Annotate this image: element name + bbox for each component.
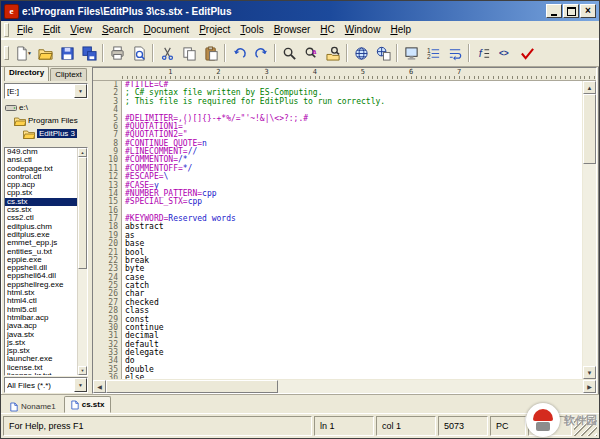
tree-item-program-files[interactable]: Program Files: [3, 114, 89, 127]
status-file-format: PC: [490, 416, 526, 436]
menubar-grip[interactable]: [4, 23, 9, 37]
scroll-down-icon[interactable]: ▼: [78, 366, 87, 375]
user-tools-button[interactable]: [516, 43, 538, 64]
toggle-browser-button[interactable]: [350, 43, 372, 64]
open-folder-icon: [14, 116, 26, 126]
code-line: #QUOTATION1=': [125, 123, 582, 131]
code-line: class: [125, 307, 582, 315]
tab-directory[interactable]: Directory: [4, 66, 49, 81]
code-line: #KEYWORD=Reserved words: [125, 215, 582, 223]
vertical-scrollbar[interactable]: ▲ ▼: [582, 81, 596, 379]
menu-item-view[interactable]: View: [65, 23, 97, 36]
scroll-down-icon[interactable]: ▼: [583, 366, 596, 379]
status-bar: For Help, press F1 ln 1 col 1 5073 PC AN…: [1, 413, 599, 438]
window-title: e:\Program Files\EditPlus 3\cs.stx - Edi…: [22, 6, 543, 17]
menu-item-file[interactable]: File: [12, 23, 38, 36]
paste-button[interactable]: [200, 43, 222, 64]
scrollbar-thumb[interactable]: [583, 94, 596, 164]
tree-item-editplus-3[interactable]: EditPlus 3: [3, 127, 89, 140]
horizontal-scrollbar[interactable]: ◀ ▶: [93, 379, 596, 393]
print-icon: [110, 46, 125, 61]
code-line: const: [125, 316, 582, 324]
word-wrap-button[interactable]: [444, 43, 466, 64]
scroll-left-icon[interactable]: ◀: [93, 380, 106, 393]
menu-bar: FileEditViewSearchDocumentProjectToolsBr…: [1, 21, 599, 39]
editplus-window: e e:\Program Files\EditPlus 3\cs.stx - E…: [0, 0, 600, 439]
replace-button[interactable]: a: [300, 43, 322, 64]
file-filter-combobox[interactable]: All Files (*.*) ▼: [4, 377, 88, 393]
undo-button[interactable]: [228, 43, 250, 64]
close-button[interactable]: ×: [580, 4, 596, 18]
find-in-files-button[interactable]: [322, 43, 344, 64]
html-toolbar-button[interactable]: <>: [494, 43, 516, 64]
menu-item-search[interactable]: Search: [97, 23, 139, 36]
code-line: checked: [125, 299, 582, 307]
toolbar-separator: [274, 44, 276, 62]
save-all-button[interactable]: [78, 43, 100, 64]
status-column: col 1: [376, 416, 436, 436]
view-in-browser-button[interactable]: [372, 43, 394, 64]
tree-item-label: EditPlus 3: [37, 129, 77, 138]
copy-button[interactable]: [178, 43, 200, 64]
menu-item-help[interactable]: Help: [385, 23, 416, 36]
menu-item-edit[interactable]: Edit: [38, 23, 65, 36]
code-line: base: [125, 240, 582, 248]
toolbar-grip[interactable]: [4, 46, 9, 60]
menu-item-project[interactable]: Project: [194, 23, 235, 36]
scroll-up-icon[interactable]: ▲: [78, 148, 87, 157]
print-button[interactable]: [106, 43, 128, 64]
code-line: #ESCAPE=\: [125, 173, 582, 181]
document-tab-noname1[interactable]: Noname1: [4, 400, 62, 413]
tree-item-e[interactable]: e:\: [3, 101, 89, 114]
code-line: char: [125, 290, 582, 298]
minimize-button[interactable]: [546, 4, 562, 18]
tab-cliptext[interactable]: Cliptext: [50, 68, 87, 81]
open-folder-icon: [23, 129, 35, 139]
code-line: case: [125, 274, 582, 282]
code-line: break: [125, 257, 582, 265]
menu-item-browser[interactable]: Browser: [269, 23, 316, 36]
menu-item-hc[interactable]: HC: [315, 23, 339, 36]
code-line: double: [125, 366, 582, 374]
print-preview-button[interactable]: [128, 43, 150, 64]
document-tab-cs-stx[interactable]: cs.stx: [64, 396, 112, 413]
function-list-button[interactable]: f: [472, 43, 494, 64]
line-numbers-button[interactable]: 12: [422, 43, 444, 64]
code-line: do: [125, 357, 582, 365]
scrollbar-thumb[interactable]: [78, 157, 87, 269]
ruler-number: 7: [457, 68, 461, 76]
code-area[interactable]: #TITLE=C#; C# syntax file written by ES-…: [122, 81, 582, 379]
document-icon: [10, 402, 18, 412]
redo-button[interactable]: [250, 43, 272, 64]
new-document-button[interactable]: ▼: [12, 43, 34, 64]
full-screen-button[interactable]: [400, 43, 422, 64]
scrollbar-thumb[interactable]: [106, 380, 278, 393]
file-list: 949.chmansi.ctlcodepage.txtcontrol.ctlcp…: [4, 147, 88, 376]
save-button[interactable]: [56, 43, 78, 64]
menu-item-window[interactable]: Window: [340, 23, 386, 36]
title-bar[interactable]: e e:\Program Files\EditPlus 3\cs.stx - E…: [1, 1, 599, 21]
file-item[interactable]: license-kr.txt: [5, 372, 77, 375]
status-line: ln 1: [314, 416, 374, 436]
drive-combobox[interactable]: [E:] ▼: [4, 83, 88, 99]
document-selector: Noname1cs.stx: [1, 394, 599, 413]
open-button[interactable]: [34, 43, 56, 64]
user-tools-icon: [520, 46, 535, 61]
menu-item-tools[interactable]: Tools: [235, 23, 268, 36]
cut-icon: [160, 46, 175, 61]
window-controls: ×: [546, 4, 596, 18]
menu-item-document[interactable]: Document: [139, 23, 195, 36]
save-all-icon: [82, 46, 97, 61]
cut-button[interactable]: [156, 43, 178, 64]
scroll-right-icon[interactable]: ▶: [583, 380, 596, 393]
line-number-gutter: 1234567891011121314151617181920212223242…: [93, 81, 122, 379]
svg-text:<>: <>: [498, 48, 508, 58]
maximize-button[interactable]: [563, 4, 579, 18]
filter-dropdown-icon[interactable]: ▼: [74, 378, 87, 392]
find-button[interactable]: [278, 43, 300, 64]
file-list-scrollbar[interactable]: ▲ ▼: [77, 148, 87, 375]
toolbar-separator: [346, 44, 348, 62]
scroll-up-icon[interactable]: ▲: [583, 81, 596, 94]
code-line: #COMMENTOFF=*/: [125, 165, 582, 173]
drive-dropdown-icon[interactable]: ▼: [74, 84, 87, 98]
